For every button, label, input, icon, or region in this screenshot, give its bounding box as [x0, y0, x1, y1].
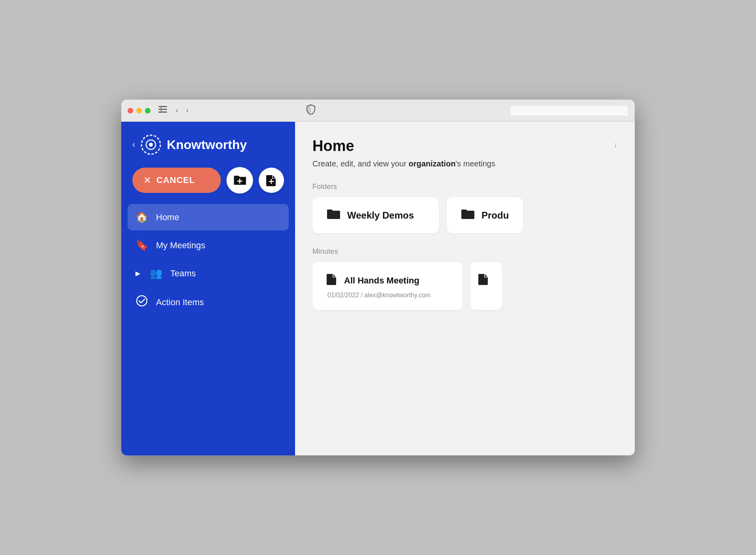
minute-file-icon-2 — [478, 273, 489, 288]
folders-grid: Weekly Demos Produ — [312, 197, 617, 233]
folder-card-produ[interactable]: Produ — [447, 197, 523, 233]
home-icon: 🏠 — [135, 211, 148, 223]
subtitle-post: 's meetings — [455, 159, 495, 168]
svg-point-11 — [137, 296, 147, 306]
svg-rect-0 — [158, 106, 167, 107]
svg-point-6 — [149, 143, 153, 147]
action-row: ✕ CANCEL — [121, 164, 295, 204]
sidebar-item-action-items[interactable]: Action Items — [128, 288, 289, 316]
page-title: Home — [312, 138, 495, 155]
sidebar-item-home-label: Home — [156, 212, 179, 223]
minute-meta-all-hands: 01/02/2022 / alex@knowtworthy.com — [327, 292, 448, 299]
add-file-button[interactable] — [259, 168, 284, 193]
cancel-x-icon: ✕ — [143, 175, 152, 186]
folder-card-weekly-demos[interactable]: Weekly Demos — [312, 197, 439, 233]
maximize-button[interactable] — [145, 108, 150, 113]
app-name: Knowtworthy — [167, 138, 247, 152]
scroll-down-icon: ↓ — [614, 141, 617, 149]
subtitle-bold: organization — [408, 159, 455, 168]
shield-icon — [307, 104, 315, 117]
folders-section-label: Folders — [312, 183, 617, 191]
svg-rect-2 — [158, 111, 167, 113]
svg-rect-1 — [158, 109, 167, 110]
sidebar: ‹ Knowtworthy ✕ CANCEL — [121, 122, 295, 455]
cancel-label: CANCEL — [156, 175, 195, 185]
folder-icon — [327, 208, 340, 222]
minute-title-all-hands: All Hands Meeting — [344, 276, 419, 286]
folder-icon-2 — [461, 208, 474, 222]
sidebar-item-teams[interactable]: ▶ 👥 Teams — [128, 260, 289, 287]
meetings-icon: 🔖 — [135, 239, 148, 251]
cancel-button[interactable]: ✕ CANCEL — [132, 168, 221, 193]
sidebar-back-button[interactable]: ‹ — [132, 140, 135, 150]
add-folder-button[interactable] — [226, 167, 253, 193]
subtitle-pre: Create, edit, and view your — [312, 159, 408, 168]
folder-name-produ: Produ — [481, 210, 509, 221]
minute-file-icon — [327, 273, 337, 288]
minutes-section-label: Minutes — [312, 247, 617, 256]
back-nav-button[interactable]: ‹ — [173, 106, 181, 115]
sidebar-toggle-icon[interactable] — [158, 106, 167, 115]
teams-chevron-icon: ▶ — [135, 270, 140, 277]
main-content: Home Create, edit, and view your organiz… — [295, 122, 635, 455]
sidebar-item-meetings-label: My Meetings — [156, 240, 205, 251]
title-bar: ‹ › — [121, 100, 635, 122]
sidebar-item-action-label: Action Items — [156, 297, 204, 308]
sidebar-item-teams-label: Teams — [170, 268, 196, 279]
minimize-button[interactable] — [136, 108, 142, 113]
browser-window: ‹ › ‹ Knowtworthy — [121, 100, 635, 455]
action-items-icon — [135, 295, 148, 309]
app-logo — [141, 134, 161, 155]
sidebar-header: ‹ Knowtworthy — [121, 122, 295, 164]
folder-name-weekly-demos: Weekly Demos — [347, 210, 414, 221]
traffic-lights — [128, 108, 150, 113]
page-subtitle: Create, edit, and view your organization… — [312, 159, 495, 168]
app-body: ‹ Knowtworthy ✕ CANCEL — [121, 122, 635, 455]
forward-nav-button[interactable]: › — [184, 106, 191, 115]
minute-card-all-hands[interactable]: All Hands Meeting 01/02/2022 / alex@know… — [312, 262, 463, 310]
minutes-grid: All Hands Meeting 01/02/2022 / alex@know… — [312, 262, 617, 310]
sidebar-item-my-meetings[interactable]: 🔖 My Meetings — [128, 232, 289, 259]
minutes-section: Minutes All Hands Meeting — [312, 247, 617, 310]
nav-buttons: ‹ › — [173, 106, 191, 115]
minute-card-header: All Hands Meeting — [327, 273, 448, 288]
teams-icon: 👥 — [150, 267, 162, 279]
close-button[interactable] — [128, 108, 133, 113]
nav-items: 🏠 Home 🔖 My Meetings ▶ 👥 Teams — [121, 204, 295, 316]
minute-card-partial[interactable] — [470, 262, 502, 310]
sidebar-item-home[interactable]: 🏠 Home — [128, 204, 289, 230]
address-bar[interactable] — [510, 105, 628, 116]
